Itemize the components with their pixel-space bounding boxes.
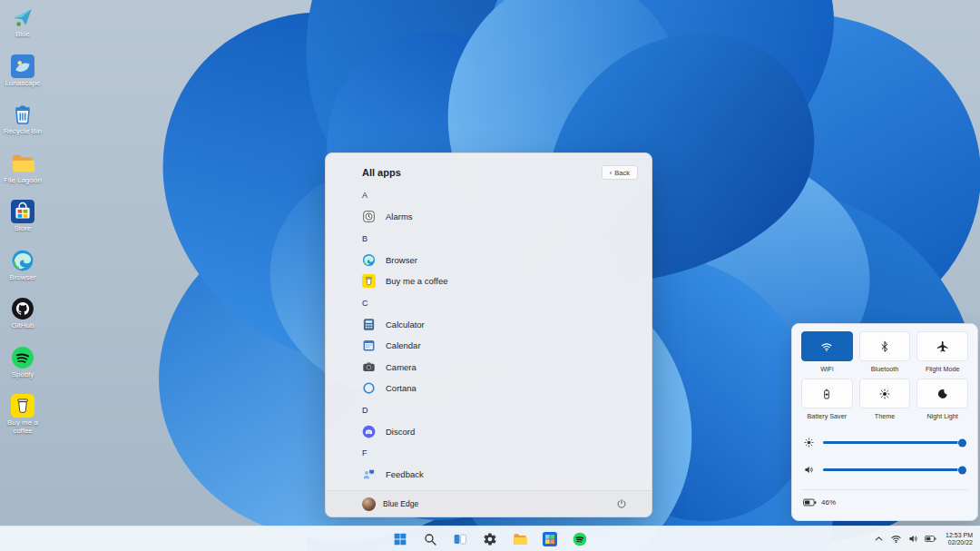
slider-thumb[interactable] bbox=[958, 438, 966, 447]
clock-time: 12:53 PM bbox=[946, 532, 973, 539]
back-button-label: Back bbox=[614, 169, 630, 177]
app-item-label: Browser bbox=[386, 255, 417, 265]
taskbar-center bbox=[0, 526, 980, 551]
quick-toggle-button[interactable] bbox=[801, 331, 853, 361]
app-item[interactable]: Calculator bbox=[362, 314, 652, 336]
chevron-up-icon bbox=[873, 533, 885, 545]
desktop-icon-recycle-bin[interactable]: Recycle Bin bbox=[2, 103, 44, 152]
store-icon bbox=[11, 200, 34, 223]
desktop-icon-label: Buy me a coffee bbox=[2, 419, 44, 435]
app-section-letter[interactable]: B bbox=[362, 228, 652, 250]
quick-toggle-button[interactable] bbox=[801, 379, 853, 408]
app-item-label: Camera bbox=[386, 362, 416, 372]
store-button[interactable] bbox=[539, 529, 561, 549]
all-apps-list: AAlarmsBBrowserBuy me a coffeeCCalculato… bbox=[326, 182, 652, 486]
quick-toggle-label: Bluetooth bbox=[871, 365, 898, 373]
desktop-icon-github[interactable]: GitHub bbox=[2, 297, 44, 346]
quick-settings-panel: WiFi Bluetooth Flight Mode Batte bbox=[791, 323, 978, 521]
bluetooth-toggle: Bluetooth bbox=[859, 331, 911, 373]
quick-toggle-button[interactable] bbox=[916, 379, 968, 408]
spotify-icon bbox=[11, 346, 34, 369]
desktop-icon-spotify[interactable]: Spotify bbox=[2, 346, 44, 395]
desktop-icon-coffee[interactable]: Buy me a coffee bbox=[2, 394, 44, 443]
calendar-icon bbox=[362, 339, 376, 352]
tray-volume[interactable] bbox=[907, 533, 919, 545]
tray-battery[interactable] bbox=[925, 533, 936, 545]
edge-icon bbox=[362, 253, 376, 267]
tray-wifi[interactable] bbox=[890, 533, 902, 545]
power-button[interactable] bbox=[615, 497, 628, 510]
search-button[interactable] bbox=[419, 529, 441, 549]
task-view-button[interactable] bbox=[449, 529, 471, 549]
all-apps-header: All apps ‹ Back bbox=[326, 153, 652, 182]
app-item[interactable]: Discord bbox=[362, 421, 652, 443]
theme-toggle: Theme bbox=[859, 379, 911, 420]
slider-thumb[interactable] bbox=[958, 466, 966, 474]
system-tray: 12:53 PM 02/20/22 bbox=[873, 526, 976, 551]
spotify-button[interactable] bbox=[569, 529, 591, 549]
edge-icon bbox=[11, 249, 34, 272]
app-item[interactable]: Browser bbox=[362, 250, 652, 271]
clock-date: 02/20/22 bbox=[948, 539, 973, 546]
app-item-label: Feedback bbox=[386, 469, 424, 479]
quick-toggle-button[interactable] bbox=[916, 331, 968, 361]
desktop-icon-label: Spotify bbox=[12, 371, 34, 379]
start-menu-all-apps: All apps ‹ Back AAlarmsBBrowserBuy me a … bbox=[325, 153, 652, 517]
taskbar-clock[interactable]: 12:53 PM 02/20/22 bbox=[942, 532, 976, 546]
file-explorer-button[interactable] bbox=[509, 529, 531, 549]
quick-toggle-button[interactable] bbox=[859, 331, 911, 361]
desktop-icon-grid: Blue Lunascape Recycle Bin File Lagoon S… bbox=[2, 5, 44, 443]
battery-small-icon bbox=[925, 533, 936, 545]
taskbar: 12:53 PM 02/20/22 bbox=[0, 526, 980, 551]
app-item-label: Calculator bbox=[386, 320, 425, 330]
coffee-icon bbox=[362, 274, 376, 288]
user-account[interactable]: Blue Edge bbox=[362, 497, 418, 511]
cortana-icon bbox=[362, 381, 376, 395]
quick-toggle-label: Flight Mode bbox=[926, 365, 960, 373]
app-item-label: Discord bbox=[386, 427, 415, 437]
slider-track[interactable] bbox=[823, 441, 966, 444]
app-item[interactable]: Buy me a coffee bbox=[362, 271, 652, 292]
gear-icon bbox=[483, 532, 497, 546]
app-section-letter[interactable]: C bbox=[362, 292, 652, 314]
night-light-toggle: Night Light bbox=[916, 379, 968, 420]
start-button[interactable] bbox=[389, 529, 411, 549]
desktop-icon-blue[interactable]: Blue bbox=[2, 5, 44, 54]
battery-icon bbox=[803, 497, 817, 507]
coffee-icon bbox=[11, 394, 34, 418]
wifi-icon bbox=[820, 340, 833, 353]
tray-chevron[interactable] bbox=[873, 533, 885, 545]
desktop-icon-file-lagoon[interactable]: File Lagoon bbox=[2, 152, 44, 201]
desktop-icon-label: Store bbox=[14, 225, 31, 233]
desktop-icon-browser[interactable]: Browser bbox=[2, 249, 44, 298]
settings-button[interactable] bbox=[479, 529, 501, 549]
task-view-icon bbox=[453, 532, 467, 546]
app-section-letter[interactable]: F bbox=[362, 442, 652, 464]
app-item[interactable]: Alarms bbox=[362, 206, 652, 228]
slider-track[interactable] bbox=[823, 468, 966, 471]
discord-icon bbox=[362, 425, 376, 438]
night-light-icon bbox=[936, 388, 949, 400]
app-item[interactable]: Camera bbox=[362, 357, 652, 379]
battery-percent: 46% bbox=[821, 498, 836, 507]
app-section-letter[interactable]: A bbox=[362, 184, 652, 206]
lunascape-icon bbox=[11, 54, 34, 78]
desktop-icon-store[interactable]: Store bbox=[2, 200, 44, 249]
app-item[interactable]: Calendar bbox=[362, 335, 652, 357]
app-section-letter[interactable]: D bbox=[362, 399, 652, 421]
bluetooth-icon bbox=[878, 340, 891, 353]
quick-toggle-label: Theme bbox=[875, 412, 895, 420]
back-button[interactable]: ‹ Back bbox=[602, 165, 638, 180]
app-item[interactable]: Feedback bbox=[362, 464, 652, 486]
app-item[interactable]: Cortana bbox=[362, 378, 652, 399]
volume-small-icon bbox=[907, 533, 919, 545]
wifi-small-icon bbox=[890, 533, 902, 545]
quick-settings-footer: 46% bbox=[801, 489, 968, 507]
store-tile-icon bbox=[543, 532, 557, 546]
desktop-icon-lunascape[interactable]: Lunascape bbox=[2, 54, 44, 103]
desktop-icon-label: Browser bbox=[9, 274, 35, 282]
quick-toggle-label: WiFi bbox=[820, 365, 833, 373]
slider-fill bbox=[823, 468, 962, 471]
recycle-bin-icon bbox=[11, 103, 34, 126]
quick-toggle-button[interactable] bbox=[859, 379, 911, 408]
